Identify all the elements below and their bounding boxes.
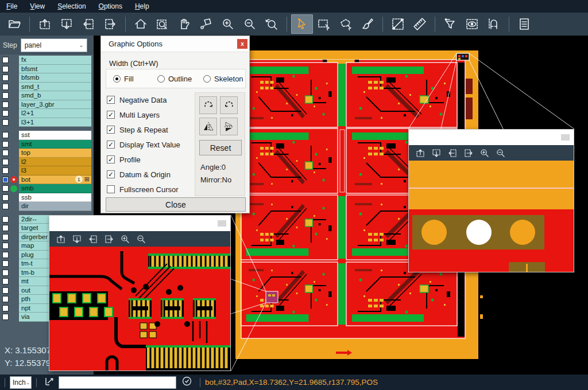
layer-row-smd_t[interactable]: smd_t [0,83,94,92]
magnifier-1-close-button[interactable] [218,220,226,227]
layer-visibility-checkbox[interactable] [2,296,9,302]
layer-name-cell[interactable]: layer_3.gbr [19,100,91,110]
layer-visibility-checkbox[interactable] [2,234,9,240]
layer-row-dir[interactable]: dir [0,202,94,211]
radio-skeleton[interactable]: Skeleton [203,75,243,83]
layer-row-top[interactable]: top [0,149,94,158]
vertex-edit-button[interactable] [195,14,217,34]
layer-row-fx[interactable]: fx [0,56,94,65]
rect-select-button[interactable] [313,14,335,34]
pan-left-button[interactable] [444,146,461,160]
layer-visibility-checkbox[interactable] [2,287,9,294]
layer-name-cell[interactable]: top [19,149,91,158]
measure-line-button[interactable] [387,14,409,34]
checkbox-negative-data[interactable]: ✓Negative Data [107,92,180,107]
layer-row-l3[interactable]: l3 [0,166,94,176]
pan-left-button[interactable] [78,14,99,34]
polygon-select-button[interactable] [335,14,357,34]
zoom-previous-button[interactable] [261,14,283,34]
home-button[interactable] [130,14,152,34]
layer-name-cell[interactable]: bfsmt [19,65,91,74]
report-button[interactable] [513,14,535,34]
pan-down-button[interactable] [428,146,444,160]
zoom-in-button[interactable] [217,14,239,34]
dialog-titlebar[interactable]: Graphic Options [101,36,249,52]
layer-name-cell[interactable]: bot1⊞ [19,176,91,185]
pan-left-button[interactable] [85,232,101,246]
layer-visibility-checkbox[interactable] [2,159,9,165]
layer-row-ssb[interactable]: ssb [0,193,94,202]
zoom-out-button[interactable] [239,14,261,34]
refresh-icon[interactable] [182,376,192,388]
preview-button[interactable] [461,14,483,34]
checkbox-fullscreen-cursor[interactable]: Fullscreen Cursor [107,182,180,197]
dialog-close-button[interactable]: x [237,39,247,49]
magnifier-1-view[interactable] [49,247,230,370]
mirror-horizontal-button[interactable] [199,118,217,135]
command-input[interactable] [59,376,176,389]
step-select[interactable]: panel ⌄ [21,38,87,52]
layer-name-cell[interactable]: l2+1 [19,109,91,118]
filter-button[interactable] [439,14,461,34]
layer-visibility-checkbox[interactable] [2,57,9,63]
layer-visibility-checkbox[interactable] [2,185,9,192]
pan-up-button[interactable] [53,232,69,246]
checkbox-display-text-value[interactable]: ✓Display Text Value [107,137,180,152]
layer-visibility-checkbox[interactable] [2,260,9,267]
pan-right-button[interactable] [101,232,117,246]
layer-row-smb[interactable]: smb [0,184,94,193]
layer-visibility-checkbox[interactable] [2,314,9,320]
layer-visibility-checkbox[interactable] [2,194,9,201]
magnifier-2-close-button[interactable] [561,134,570,141]
measure-angle-icon[interactable] [45,377,55,388]
layer-name-cell[interactable]: smt [19,140,91,149]
close-button[interactable]: Close [106,197,246,212]
layer-visibility-checkbox[interactable] [2,75,9,81]
layer-name-cell[interactable]: smb [19,184,91,193]
menu-file[interactable]: File [0,0,24,13]
layer-visibility-checkbox[interactable] [2,110,9,116]
layer-visibility-checkbox[interactable] [2,150,9,156]
zoom-out-button[interactable] [133,232,149,246]
menu-view[interactable]: View [24,0,51,13]
layer-visibility-checkbox[interactable] [2,132,9,138]
pan-right-button[interactable] [99,14,121,34]
menu-options[interactable]: Options [92,0,129,13]
layer-visibility-checkbox[interactable] [2,278,9,284]
layer-row-smd_b[interactable]: smd_b [0,91,94,100]
unit-select[interactable]: Inch ⌄ [10,376,32,389]
checkbox-multi-layers[interactable]: ✓Multi Layers [107,107,180,122]
zoom-in-button[interactable] [117,232,133,246]
layer-name-cell[interactable]: ssb [19,193,91,202]
rotate-ccw-button[interactable] [220,96,238,114]
layer-name-cell[interactable]: l3 [19,166,91,176]
open-folder-button[interactable] [3,14,25,34]
layer-visibility-checkbox[interactable] [2,141,9,147]
brush-button[interactable] [357,14,378,34]
reset-button[interactable]: Reset [199,140,242,155]
layer-row-bfsmt[interactable]: bfsmt [0,65,94,74]
layer-row-l2+1[interactable]: l2+1 [0,109,94,118]
ruler-button[interactable] [409,14,431,34]
pan-down-button[interactable] [56,14,78,34]
layer-row-l3+1[interactable]: l3+1 [0,118,94,127]
layer-row-layer_3.gbr[interactable]: layer_3.gbr [0,100,94,110]
pan-up-button[interactable] [34,14,56,34]
layer-visibility-checkbox[interactable] [2,119,9,126]
pan-hand-button[interactable] [173,14,195,34]
layer-visibility-checkbox[interactable] [2,203,9,209]
layer-row-bot[interactable]: bot1⊞ [0,176,94,185]
layer-name-cell[interactable]: l3+1 [19,118,91,127]
layer-visibility-checkbox[interactable] [2,167,9,174]
checkbox-step-repeat[interactable]: ✓Step & Repeat [107,122,180,137]
zoom-window-button[interactable] [152,14,173,34]
pan-down-button[interactable] [69,232,85,246]
magnifier-2-titlebar[interactable] [409,130,574,145]
layer-row-sst[interactable]: sst [0,131,94,140]
layer-name-cell[interactable]: smd_b [19,91,91,100]
layer-visibility-checkbox[interactable] [2,66,9,72]
zoom-in-button[interactable] [477,146,493,160]
layer-visibility-checkbox[interactable] [2,243,9,249]
snap-button[interactable] [483,14,505,34]
select-arrow-button[interactable] [291,14,313,34]
